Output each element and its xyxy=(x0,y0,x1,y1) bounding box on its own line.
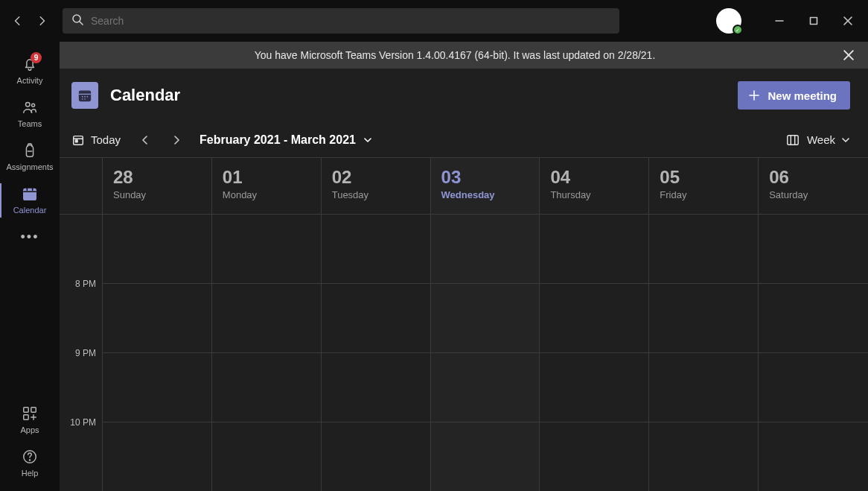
svg-point-12 xyxy=(84,96,86,98)
hour-cell[interactable] xyxy=(212,215,321,284)
day-name: Monday xyxy=(223,189,310,200)
day-column: 03Wednesday xyxy=(431,158,540,491)
hour-cell[interactable] xyxy=(103,422,211,491)
day-header[interactable]: 28Sunday xyxy=(103,158,211,215)
svg-point-11 xyxy=(82,96,83,98)
day-column: 04Thursday xyxy=(540,158,649,491)
rail-item-help[interactable]: Help xyxy=(0,442,60,485)
hour-cell[interactable] xyxy=(322,284,430,353)
day-number: 02 xyxy=(332,167,420,188)
date-range-label: February 2021 - March 2021 xyxy=(200,133,356,147)
nav-forward-button[interactable] xyxy=(30,9,54,33)
close-icon xyxy=(843,50,854,60)
window-minimize-button[interactable] xyxy=(762,9,797,33)
svg-rect-6 xyxy=(31,408,36,412)
hour-cell[interactable] xyxy=(759,353,868,422)
hour-cell[interactable] xyxy=(540,353,648,422)
day-name: Friday xyxy=(660,189,747,200)
rail-item-apps[interactable]: Apps xyxy=(0,399,60,442)
hour-cell[interactable] xyxy=(649,215,758,284)
svg-rect-4 xyxy=(24,189,36,200)
day-header[interactable]: 04Thursday xyxy=(540,158,648,215)
help-icon xyxy=(21,448,39,466)
nav-back-button[interactable] xyxy=(6,9,30,33)
search-input[interactable] xyxy=(91,15,610,27)
svg-rect-17 xyxy=(75,140,77,142)
day-column: 01Monday xyxy=(212,158,322,491)
hour-cell[interactable] xyxy=(540,215,648,284)
avatar[interactable] xyxy=(716,8,741,34)
svg-point-9 xyxy=(29,460,30,460)
hour-cell[interactable] xyxy=(649,422,758,491)
day-header[interactable]: 02Tuesday xyxy=(322,158,430,215)
hour-cell[interactable] xyxy=(540,284,648,353)
rail-label: Calendar xyxy=(13,206,47,215)
day-header[interactable]: 03Wednesday xyxy=(431,158,540,215)
hour-cell[interactable] xyxy=(322,215,430,284)
day-column: 06Saturday xyxy=(759,158,868,491)
hour-cell[interactable] xyxy=(759,284,868,353)
hour-cell[interactable] xyxy=(431,215,540,284)
rail-more-button[interactable]: ••• xyxy=(0,225,60,249)
apps-icon xyxy=(21,405,39,422)
notice-close-button[interactable] xyxy=(840,46,858,64)
search-icon xyxy=(71,13,91,28)
day-number: 01 xyxy=(223,167,310,188)
hour-cell[interactable] xyxy=(431,422,540,491)
rail-item-assignments[interactable]: Assignments xyxy=(0,136,60,179)
window-maximize-button[interactable] xyxy=(797,9,831,33)
hour-cell[interactable] xyxy=(540,422,648,491)
chevron-down-icon xyxy=(363,136,372,145)
hour-cell[interactable] xyxy=(649,353,758,422)
calendar-icon xyxy=(21,185,39,203)
time-label: 10 PM xyxy=(60,422,102,491)
date-range-picker[interactable]: February 2021 - March 2021 xyxy=(200,133,372,147)
rail-label: Apps xyxy=(20,425,39,434)
hour-cell[interactable] xyxy=(759,422,868,491)
backpack-icon xyxy=(21,142,39,159)
svg-rect-18 xyxy=(788,135,798,145)
next-week-button[interactable] xyxy=(165,129,188,151)
rail-label: Help xyxy=(22,469,39,478)
hour-cell[interactable] xyxy=(322,353,430,422)
view-picker[interactable]: Week xyxy=(786,133,850,147)
hour-cell[interactable] xyxy=(649,284,758,353)
version-notice-text: You have Microsoft Teams Version 1.4.00.… xyxy=(70,49,840,61)
new-meeting-label: New meeting xyxy=(768,89,837,102)
chevron-right-icon xyxy=(172,136,181,145)
hour-cell[interactable] xyxy=(212,353,321,422)
hour-cell[interactable] xyxy=(103,353,211,422)
day-header[interactable]: 06Saturday xyxy=(759,158,868,215)
day-number: 06 xyxy=(769,167,858,188)
hour-cell[interactable] xyxy=(103,215,211,284)
day-name: Thursday xyxy=(550,189,638,200)
hour-cell[interactable] xyxy=(759,215,868,284)
calendar-today-icon xyxy=(71,133,85,147)
day-header[interactable]: 01Monday xyxy=(212,158,321,215)
day-name: Saturday xyxy=(769,189,858,200)
today-button[interactable]: Today xyxy=(71,133,121,147)
hour-cell[interactable] xyxy=(322,422,430,491)
page-title: Calendar xyxy=(110,86,180,105)
day-name: Tuesday xyxy=(332,189,420,200)
day-column: 28Sunday xyxy=(103,158,212,491)
prev-week-button[interactable] xyxy=(134,129,156,151)
svg-point-2 xyxy=(26,103,31,107)
hour-cell[interactable] xyxy=(212,284,321,353)
hour-cell[interactable] xyxy=(212,422,321,491)
hour-cell[interactable] xyxy=(431,353,540,422)
hour-cell[interactable] xyxy=(431,284,540,353)
time-label: 9 PM xyxy=(60,353,102,422)
version-notice: You have Microsoft Teams Version 1.4.00.… xyxy=(60,42,868,69)
window-close-button[interactable] xyxy=(831,9,865,33)
hour-cell[interactable] xyxy=(103,284,211,353)
rail-item-activity[interactable]: 9 Activity xyxy=(0,49,60,92)
svg-rect-1 xyxy=(811,18,817,25)
day-column: 02Tuesday xyxy=(322,158,431,491)
rail-item-calendar[interactable]: Calendar xyxy=(0,179,60,222)
rail-item-teams[interactable]: Teams xyxy=(0,92,60,136)
day-header[interactable]: 05Friday xyxy=(649,158,758,215)
search-box[interactable] xyxy=(63,8,619,34)
new-meeting-button[interactable]: New meeting xyxy=(738,81,850,110)
svg-rect-16 xyxy=(74,136,83,145)
